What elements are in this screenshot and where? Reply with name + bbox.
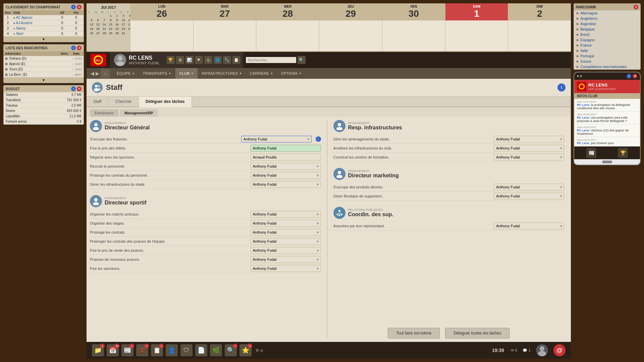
task-search[interactable]: 🔍 1 [225,344,237,356]
task-shield[interactable]: 🛡 [180,344,193,356]
cal-day[interactable]: 9 [114,18,120,22]
table-row[interactable]: 4 ● Niort 0 0 [4,31,84,37]
nav-icon-chart[interactable]: 📊 [185,56,194,64]
cal-day[interactable] [95,36,101,36]
cal-day[interactable]: 7 [101,18,107,22]
nav-icon-flag[interactable]: ⚑ [195,56,203,64]
parcourir-item[interactable]: ▶Italie [574,48,640,53]
cal-day[interactable]: 31 [120,31,126,35]
list-item[interactable]: Tours (D) - 14/07 [4,67,84,72]
cal-day[interactable] [89,36,95,36]
at-button[interactable]: @ [553,344,566,356]
menu-transferts[interactable]: TRANSFERTS▼ [139,68,175,79]
cal-day[interactable]: 19 [89,27,95,31]
cal-day[interactable] [108,36,114,36]
cal-day[interactable]: 3 [120,14,126,18]
parcourir-item[interactable]: ▶Compétitions internationales [574,64,640,69]
cal-day[interactable]: 22 [108,27,114,31]
task-folder[interactable]: 📁 1 [92,344,104,356]
task-files[interactable]: 📄 [195,344,207,356]
cal-day[interactable] [89,14,95,18]
dg-personnel-select[interactable]: Anthony Fudal [251,163,321,170]
matches-close-btn[interactable]: ✕ [77,46,82,50]
nav-icon-screen[interactable]: 🖥 [176,56,184,64]
cal-day[interactable]: 26 [89,31,95,35]
table-row[interactable]: 3 ● Nancy 0 0 [4,26,84,31]
menu-equipe[interactable]: ÉQUIPE▼ [113,68,139,79]
table-row[interactable]: 1 ● AC Ajaccio 0 0 [4,15,84,20]
phone-trophy-btn[interactable]: 🏆 [618,148,628,158]
tab-staff[interactable]: Staff [87,97,108,107]
ds-nouveaux-select[interactable]: Anthony Fudal [251,256,321,263]
cal-day[interactable] [114,36,120,36]
parcourir-item[interactable]: ▶Argentine [574,21,640,26]
subtab-entraineurs[interactable]: Entraîneurs [90,109,118,117]
cal-day[interactable]: 24 [120,27,126,31]
cal-day[interactable]: 12 [89,22,95,26]
subtab-management[interactable]: Management/RP [120,109,158,117]
dg-finances-info[interactable]: i [316,136,321,142]
task-contracts[interactable]: 📋 1 [151,344,163,356]
cal-day[interactable]: 2 [114,14,120,18]
cal-day[interactable]: 17 [120,22,126,26]
dg-sponsors-input[interactable] [251,154,321,161]
cal-day[interactable]: 28 [101,31,107,35]
mkt-boutique-select[interactable]: Anthony Fudal [494,193,564,199]
cal-day[interactable] [95,14,101,18]
cal-day[interactable]: 1 [108,14,114,18]
nav-icon-trophy[interactable]: 🏆 [167,56,175,64]
phone-news-item[interactable]: Sam 01/07/2017 RC Lens: une prolongation… [574,112,640,124]
table-row[interactable]: 2 ● AJ Auxerre 0 0 [4,20,84,26]
phone-close-btn[interactable]: ✕ [633,74,637,78]
tab-chercher[interactable]: Chercher [108,97,139,107]
budget-close-btn[interactable]: ✕ [77,86,82,91]
mkt-produits-select[interactable]: Anthony Fudal [494,184,564,190]
cal-day[interactable]: 21 [101,27,107,31]
nav-icon-doc[interactable]: 📋 [232,56,240,64]
list-item[interactable]: La Berri. (E) - 28/07 [4,72,84,77]
menu-carriere[interactable]: CARRIÈRE▼ [246,68,277,79]
staff-info-button[interactable]: i [557,83,566,92]
list-item[interactable]: Ajaccio (E) - 14/07 [4,61,84,67]
cal-day[interactable] [101,14,107,18]
phone-info-btn[interactable]: i [627,74,631,78]
nav-icon-tools[interactable]: 🔧 [223,56,231,64]
dg-finances-select[interactable]: Anthony Fudal [241,136,312,142]
search-button[interactable]: 🔍 [298,56,306,64]
ds-stages-select[interactable]: Anthony Fudal [251,220,321,227]
deleguer-tout-button[interactable]: Déléguer toutes les tâches [445,328,509,339]
parcourir-item[interactable]: ▶Brésil [574,32,640,37]
task-person[interactable]: 👤 [166,344,178,356]
menu-options[interactable]: OPTIONS▼ [277,68,306,79]
parcourir-close-btn[interactable]: ✕ [634,5,638,9]
phone-news-item[interactable]: Sam 01/07/2017 RC Lens: Vachoux (22) doi… [574,124,640,137]
list-item[interactable]: Orléans (D) - 07/07 [4,56,84,61]
cal-day[interactable]: 20 [95,27,101,31]
home-button[interactable]: ⌂ [101,69,110,78]
matches-info-btn[interactable]: i [71,46,76,50]
budget-info-btn[interactable]: i [71,86,76,91]
cal-day[interactable]: 8 [108,18,114,22]
coord-rep-select[interactable]: Anthony Fudal [494,223,564,229]
cal-day[interactable]: 10 [120,18,126,22]
cal-day[interactable] [101,36,107,36]
ds-matchs-select[interactable]: Anthony Fudal [251,211,321,218]
cal-day[interactable]: 5 [89,18,95,22]
ds-prix-select[interactable]: Anthony Fudal [251,247,321,254]
championship-info-btn[interactable]: i [71,5,76,9]
menu-club[interactable]: CLUB▼ [175,68,198,79]
champ-scroll-down[interactable]: ▼ [4,37,84,42]
nav-forward[interactable]: ▶ [96,71,99,76]
cal-day[interactable]: 29 [108,31,114,35]
tout-faire-button[interactable]: Tout faire soi-même [388,328,440,339]
infra-ameliore-select[interactable]: Anthony Fudal [494,145,564,152]
task-news[interactable]: 📰 1 [121,344,133,356]
ds-contrats-select[interactable]: Anthony Fudal [251,229,321,236]
phone-news-item[interactable]: Sam 01/07/2017 RC Lens: pas d'avenir pou… [574,137,640,146]
parcourir-item[interactable]: ▶Belgique [574,26,640,32]
cal-day[interactable]: 13 [95,22,101,26]
parcourir-item[interactable]: ▶Angleterre [574,16,640,21]
phone-newspaper-btn[interactable]: 📰 [586,148,596,158]
dg-contrats-select[interactable]: Anthony Fudal [251,172,321,179]
parcourir-item[interactable]: ▶France [574,43,640,48]
